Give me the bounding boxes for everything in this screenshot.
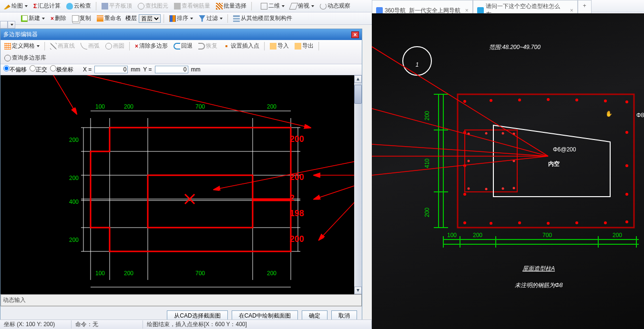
svg-text:范围:48.200~49.700: 范围:48.200~49.700: [489, 44, 541, 50]
svg-point-56: [575, 221, 578, 224]
cube-icon: [261, 3, 267, 10]
clear-poly-button[interactable]: ×清除多边形: [133, 41, 170, 51]
view-rebar-button[interactable]: 查看钢筋量: [172, 1, 212, 11]
set-insert-pt-button[interactable]: 设置插入点: [221, 41, 261, 51]
editor-canvas[interactable]: ▴ ▾ 100200 700: [0, 75, 362, 294]
line-icon: [50, 43, 57, 50]
svg-point-70: [468, 188, 470, 190]
no-offset-radio[interactable]: 不偏移: [3, 65, 27, 74]
sort-button[interactable]: 排序: [167, 13, 195, 23]
y-input[interactable]: [155, 66, 188, 73]
batch-icon: [216, 3, 223, 10]
svg-text:200: 200: [290, 134, 304, 144]
svg-text:200: 200: [424, 208, 430, 217]
polygon-editor-window: 多边形编辑器 × 定义网格 画直线 画弧 画圆 ×清除多边形 回退 恢复 设置插…: [0, 29, 362, 326]
scroll-thumb[interactable]: [354, 85, 362, 104]
rename-icon: [97, 15, 103, 22]
svg-text:200: 200: [267, 103, 276, 110]
svg-text:200: 200: [290, 234, 304, 244]
rename-button[interactable]: 重命名: [95, 13, 123, 23]
svg-text:200: 200: [613, 232, 622, 239]
cloud-check-button[interactable]: 云检查: [64, 1, 93, 11]
floor-select[interactable]: 首层: [139, 14, 161, 23]
status-coord: 坐标 (X: 100 Y: 200): [0, 320, 72, 329]
svg-point-55: [547, 222, 550, 225]
svg-text:100: 100: [95, 103, 105, 110]
svg-point-58: [625, 220, 628, 223]
align-slab-button[interactable]: 平齐板顶: [100, 1, 134, 11]
define-grid-button[interactable]: 定义网格: [2, 41, 41, 51]
draw-line-button[interactable]: 画直线: [48, 41, 77, 51]
y-label: Y =: [143, 66, 152, 73]
minitool-2[interactable]: [8, 21, 15, 29]
undo-icon: [174, 43, 180, 50]
filter-button[interactable]: 过滤: [197, 13, 225, 23]
new-button[interactable]: 新建: [19, 13, 47, 23]
scroll-up-icon[interactable]: ▴: [354, 75, 362, 83]
svg-text:700: 700: [195, 270, 205, 277]
import-button[interactable]: 导入: [268, 41, 291, 51]
mm-label-1: mm: [131, 66, 140, 73]
svg-point-52: [463, 221, 466, 224]
copy-button[interactable]: 复制: [70, 13, 93, 23]
svg-point-47: [518, 99, 521, 101]
redo-button[interactable]: 恢复: [196, 41, 219, 51]
svg-text:2: 2: [290, 193, 295, 203]
editor-titlebar[interactable]: 多边形编辑器 ×: [0, 29, 362, 40]
new-icon: [21, 15, 28, 22]
delete-button[interactable]: ×删除: [49, 13, 68, 23]
drawing-svg: 100200 700200 100200 700200 200200 40020…: [0, 75, 362, 294]
sum-calc-button[interactable]: Σ汇总计算: [31, 1, 62, 11]
svg-point-45: [463, 100, 466, 103]
view-2d-button[interactable]: 二维: [259, 1, 286, 11]
draw-button[interactable]: 绘图: [2, 1, 30, 11]
draw-circle-button[interactable]: 画圆: [103, 41, 126, 51]
copy-from-other-button[interactable]: 从其他楼层复制构件: [231, 13, 294, 23]
svg-text:200: 200: [69, 175, 79, 181]
svg-line-106: [372, 156, 548, 175]
ortho-radio[interactable]: 正交: [30, 65, 47, 74]
draw-arc-button[interactable]: 画弧: [79, 41, 102, 51]
svg-point-57: [604, 221, 607, 224]
polar-radio[interactable]: 极坐标: [50, 65, 73, 74]
svg-point-54: [518, 221, 521, 224]
crosshair-icon: [223, 43, 230, 50]
svg-text:400: 400: [69, 199, 79, 205]
undo-button[interactable]: 回退: [172, 41, 194, 51]
svg-point-42: [403, 47, 431, 75]
find-primitive-button[interactable]: 查找图元: [136, 1, 170, 11]
close-icon[interactable]: ×: [351, 31, 359, 38]
minitool-1[interactable]: [0, 21, 8, 29]
batch-select-button[interactable]: 批量选择: [214, 1, 248, 11]
svg-point-51: [625, 100, 628, 103]
tab1-close-icon[interactable]: ×: [465, 7, 469, 14]
arc-icon: [81, 43, 87, 50]
magnifier-icon: [4, 55, 11, 61]
bird-view-button[interactable]: 俯视: [288, 1, 316, 11]
svg-line-103: [372, 109, 548, 156]
ortho-icon: [289, 3, 298, 10]
dynamic-input-box[interactable]: 动态输入: [0, 294, 362, 306]
svg-point-67: [485, 132, 488, 135]
svg-text:Φ6@200: Φ6@200: [553, 146, 576, 153]
circle-icon: [105, 43, 112, 50]
svg-line-35: [48, 75, 310, 128]
svg-point-68: [502, 132, 504, 135]
svg-rect-65: [465, 130, 517, 192]
scroll-down-icon[interactable]: ▾: [354, 287, 362, 294]
dyn-observe-button[interactable]: 动态观察: [318, 1, 352, 11]
svg-line-36: [48, 75, 76, 113]
svg-text:410: 410: [424, 159, 430, 168]
svg-point-50: [604, 100, 607, 102]
tab1-favicon: [376, 7, 383, 14]
svg-text:未注明的钢筋为Φ8: 未注明的钢筋为Φ8: [515, 282, 563, 289]
svg-text:100: 100: [447, 232, 457, 239]
query-lib-button[interactable]: 查询多边形库: [2, 53, 48, 63]
svg-text:198: 198: [290, 209, 304, 218]
export-button[interactable]: 导出: [293, 41, 316, 51]
tab2-close-icon[interactable]: ×: [570, 7, 573, 14]
search-icon: [138, 3, 144, 10]
x-input[interactable]: [94, 66, 128, 73]
canvas-scrollbar[interactable]: ▴ ▾: [354, 75, 362, 294]
cloud-icon: [66, 3, 73, 10]
